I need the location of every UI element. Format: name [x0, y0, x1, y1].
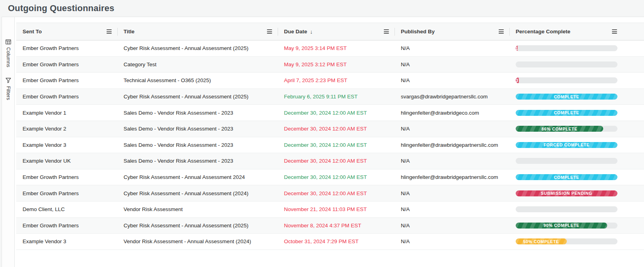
sent-to-cell: Example Vendor 2 — [16, 121, 117, 137]
column-header-due-date[interactable]: Due Date ↓ — [278, 23, 394, 40]
title-cell: Technical Assessment - O365 (2025) — [117, 73, 278, 89]
progress-bar — [516, 158, 617, 164]
filters-panel-toggle[interactable]: Filters — [6, 78, 11, 100]
progress-label: 86% COMPLETE — [541, 127, 577, 131]
progress-fill: SUBMISSION PENDING — [516, 190, 617, 196]
percentage-complete-cell — [509, 153, 644, 169]
table-row[interactable]: Example Vendor 1 Sales Demo - Vendor Ris… — [16, 105, 644, 121]
title-cell: Sales Demo - Vendor Risk Assessment - 20… — [117, 121, 278, 137]
side-rail: Columns Filters — [2, 17, 15, 267]
due-date-cell: December 30, 2024 12:00 AM EST — [278, 153, 394, 169]
title-cell: Cyber Risk Assessment - Annual Assessmen… — [117, 88, 278, 105]
progress-bar: COMPLETE — [516, 94, 617, 100]
progress-label: COMPLETE — [554, 110, 579, 115]
progress-fill: 1 — [516, 45, 518, 51]
title-cell: Cyber Risk Assessment - Annual Assessmen… — [117, 169, 278, 185]
column-menu-icon[interactable] — [267, 29, 272, 35]
table-row[interactable]: Ember Growth Partners Category Test May … — [16, 56, 644, 73]
sort-desc-icon[interactable]: ↓ — [310, 29, 313, 35]
sent-to-cell: Ember Growth Partners — [16, 40, 117, 57]
progress-bar: 3 — [516, 77, 617, 83]
progress-label: COMPLETE — [554, 94, 579, 99]
sent-to-cell: Ember Growth Partners — [16, 73, 117, 89]
sent-to-cell: Ember Growth Partners — [16, 185, 117, 202]
table-row[interactable]: Example Vendor UK Sales Demo - Vendor Ri… — [16, 153, 644, 169]
due-date-cell: November 21, 2024 11:03 PM EST — [278, 201, 394, 217]
progress-label: 1 — [516, 46, 518, 51]
percentage-complete-cell — [509, 201, 644, 217]
percentage-complete-cell: 1 — [509, 40, 644, 57]
due-date-cell: December 30, 2024 12:00 AM EST — [278, 105, 394, 121]
column-label: Published By — [401, 29, 435, 35]
due-date-cell: May 9, 2025 3:14 PM EST — [278, 40, 394, 57]
due-date-cell: May 9, 2025 3:12 PM EST — [278, 56, 394, 73]
progress-fill: COMPLETE — [516, 110, 617, 116]
title-cell: Vendor Risk Assessment — [117, 201, 278, 217]
progress-bar — [516, 206, 617, 212]
percentage-complete-cell: FORCED COMPLETE — [509, 137, 644, 153]
sent-to-cell: Ember Growth Partners — [16, 217, 117, 234]
progress-fill: FORCED COMPLETE — [516, 142, 617, 148]
published-by-cell: hlingenfelter@drawbridgepartnersllc.com — [394, 169, 509, 185]
percentage-complete-cell: COMPLETE — [509, 105, 644, 121]
table-row[interactable]: Ember Growth Partners Cyber Risk Assessm… — [16, 217, 644, 234]
table-row[interactable]: Example Vendor 3 Sales Demo - Vendor Ris… — [16, 137, 644, 153]
sent-to-cell: Ember Growth Partners — [16, 56, 117, 73]
column-menu-icon[interactable] — [384, 29, 389, 35]
table-row[interactable]: Demo Client, LLC Vendor Risk Assessment … — [16, 201, 644, 217]
table-row[interactable]: Ember Growth Partners Cyber Risk Assessm… — [16, 40, 644, 57]
title-cell: Sales Demo - Vendor Risk Assessment - 20… — [117, 137, 278, 153]
published-by-cell: hlingenfelter@drawbridgeco.com — [394, 105, 509, 121]
title-cell: Sales Demo - Vendor Risk Assessment - 20… — [117, 153, 278, 169]
columns-panel-toggle[interactable]: Columns — [6, 39, 11, 67]
page-title: Outgoing Questionnaires — [8, 3, 114, 13]
sent-to-cell: Demo Client, LLC — [16, 201, 117, 217]
published-by-cell: N/A — [394, 73, 509, 89]
column-header-sent-to[interactable]: Sent To — [16, 23, 117, 40]
title-cell: Cyber Risk Assessment - Annual Assessmen… — [117, 185, 278, 202]
due-date-cell: December 30, 2024 12:00 AM EST — [278, 169, 394, 185]
column-header-percentage-complete[interactable]: Percentage Complete — [509, 23, 644, 40]
column-menu-icon[interactable] — [499, 29, 504, 35]
table-row[interactable]: Ember Growth Partners Cyber Risk Assessm… — [16, 88, 644, 105]
sent-to-cell: Example Vendor 3 — [16, 137, 117, 153]
progress-bar: 1 — [516, 45, 617, 51]
progress-label: SUBMISSION PENDING — [541, 191, 593, 196]
title-cell: Cyber Risk Assessment - Annual Assessmen… — [117, 217, 278, 234]
columns-panel-label: Columns — [6, 47, 11, 67]
percentage-complete-cell: 86% COMPLETE — [509, 121, 644, 137]
table-row[interactable]: Ember Growth Partners Cyber Risk Assessm… — [16, 169, 644, 185]
percentage-complete-cell: 50% COMPLETE — [509, 234, 644, 250]
column-menu-icon[interactable] — [107, 29, 112, 35]
progress-fill: 86% COMPLETE — [516, 126, 603, 132]
sent-to-cell: Example Vendor 3 — [16, 234, 117, 250]
sent-to-cell: Example Vendor 1 — [16, 105, 117, 121]
table-row[interactable]: Ember Growth Partners Technical Assessme… — [16, 73, 644, 89]
column-header-published-by[interactable]: Published By — [394, 23, 509, 40]
sent-to-cell: Ember Growth Partners — [16, 169, 117, 185]
table-row[interactable]: Example Vendor 2 Sales Demo - Vendor Ris… — [16, 121, 644, 137]
due-date-cell: December 30, 2024 12:00 AM EST — [278, 121, 394, 137]
header-row: Sent To Title Du — [16, 23, 644, 40]
table-row[interactable]: Ember Growth Partners Cyber Risk Assessm… — [16, 185, 644, 202]
column-header-title[interactable]: Title — [117, 23, 278, 40]
title-cell: Vendor Risk Assessment - Annual Assessme… — [117, 234, 278, 250]
published-by-cell: N/A — [394, 56, 509, 73]
title-cell: Category Test — [117, 56, 278, 73]
filter-funnel-icon — [6, 78, 11, 83]
progress-fill: 3 — [516, 77, 519, 83]
progress-bar: FORCED COMPLETE — [516, 142, 617, 148]
due-date-cell: November 8, 2024 4:37 PM EST — [278, 217, 394, 234]
column-label: Sent To — [23, 29, 42, 35]
progress-label: COMPLETE — [554, 175, 579, 180]
published-by-cell: hlingenfelter@drawbridgepartnersllc.com — [394, 137, 509, 153]
published-by-cell: N/A — [394, 217, 509, 234]
table-row[interactable]: Example Vendor 3 Vendor Risk Assessment … — [16, 234, 644, 250]
progress-bar: 86% COMPLETE — [516, 126, 617, 132]
due-date-cell: December 30, 2024 12:00 AM EST — [278, 137, 394, 153]
published-by-cell: N/A — [394, 153, 509, 169]
column-menu-icon[interactable] — [612, 29, 617, 35]
due-date-cell: April 7, 2025 2:23 PM EST — [278, 73, 394, 89]
percentage-complete-cell: 3 — [509, 73, 644, 89]
progress-bar: SUBMISSION PENDING — [516, 190, 617, 196]
